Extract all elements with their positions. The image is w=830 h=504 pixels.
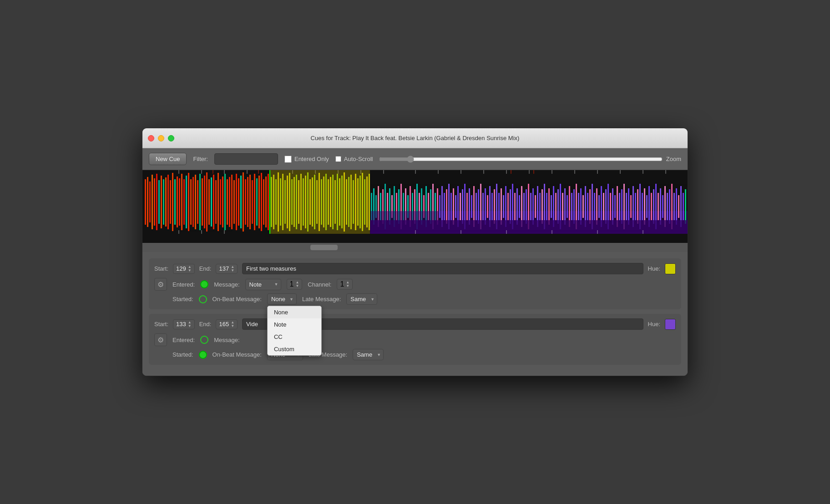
- cue-1-channel-stepper[interactable]: 1 ▲▼: [337, 279, 353, 290]
- svg-rect-83: [268, 174, 269, 230]
- cue-2-late-message-select[interactable]: Same None Note: [353, 349, 384, 360]
- svg-rect-194: [519, 195, 520, 218]
- svg-rect-46: [183, 179, 185, 225]
- cue-1-name-input[interactable]: First two measures: [242, 263, 643, 274]
- dropdown-item-none[interactable]: None: [268, 306, 321, 318]
- svg-rect-50: [192, 177, 194, 227]
- cue-1-start-stepper[interactable]: 129 ▲▼: [173, 264, 195, 274]
- cue-2-end-stepper[interactable]: 165 ▲▼: [216, 319, 238, 329]
- svg-rect-76: [252, 180, 253, 224]
- svg-rect-178: [482, 193, 484, 220]
- cue-1-end-stepper[interactable]: 137 ▲▼: [216, 264, 238, 274]
- zoom-slider[interactable]: [379, 156, 662, 163]
- cue-1-note-arrows[interactable]: ▲▼: [295, 281, 299, 288]
- svg-rect-227: [594, 193, 595, 220]
- zoom-label: Zoom: [666, 156, 681, 162]
- svg-rect-189: [507, 193, 509, 220]
- svg-rect-107: [323, 176, 324, 227]
- svg-rect-117: [346, 179, 347, 225]
- filter-input[interactable]: [214, 153, 278, 165]
- svg-rect-229: [598, 195, 600, 218]
- svg-rect-165: [453, 188, 454, 225]
- dropdown-item-custom[interactable]: Custom: [268, 343, 321, 355]
- svg-rect-47: [186, 176, 187, 228]
- svg-rect-124: [362, 173, 363, 231]
- scrollbar-thumb[interactable]: [310, 245, 338, 250]
- minimize-button[interactable]: [158, 135, 164, 141]
- svg-rect-203: [539, 193, 541, 220]
- cue-1-channel-label: Channel:: [308, 281, 331, 288]
- svg-rect-235: [612, 188, 613, 225]
- svg-rect-250: [646, 195, 648, 218]
- entered-only-checkbox[interactable]: [284, 156, 292, 163]
- cue-2-start-arrows[interactable]: ▲▼: [188, 321, 192, 328]
- svg-rect-73: [245, 179, 246, 225]
- cue-1-late-message-select[interactable]: Same None Note: [346, 293, 377, 305]
- svg-rect-248: [642, 193, 643, 220]
- dropdown-item-cc[interactable]: CC: [268, 331, 321, 343]
- svg-rect-41: [172, 173, 173, 231]
- dropdown-item-note[interactable]: Note: [268, 318, 321, 331]
- waveform-container[interactable]: [142, 170, 688, 243]
- entered-only-group: Entered Only: [284, 156, 329, 163]
- maximize-button[interactable]: [168, 135, 174, 141]
- svg-rect-49: [190, 179, 192, 225]
- svg-rect-80: [261, 173, 262, 231]
- svg-rect-89: [282, 174, 283, 230]
- cue-1-channel-value: 1: [340, 280, 344, 288]
- svg-rect-213: [562, 193, 563, 220]
- svg-rect-162: [446, 189, 447, 224]
- cue-1-note-stepper[interactable]: 1 ▲▼: [287, 279, 303, 290]
- svg-rect-214: [564, 188, 566, 225]
- svg-rect-84: [271, 177, 272, 227]
- svg-rect-193: [516, 188, 518, 225]
- cue-1-hue-swatch[interactable]: [665, 263, 676, 274]
- cues-section: Start: 129 ▲▼ End: 137 ▲▼ First two meas…: [142, 252, 688, 376]
- svg-rect-120: [353, 180, 354, 224]
- svg-rect-126: [366, 176, 368, 227]
- cue-2-controls-row-1: ⚙ Entered: Message:: [154, 333, 676, 346]
- svg-rect-45: [181, 174, 182, 230]
- svg-rect-59: [213, 175, 214, 229]
- svg-rect-85: [273, 175, 274, 229]
- cue-1-channel-arrows[interactable]: ▲▼: [346, 281, 349, 288]
- cue-2-start-stepper[interactable]: 133 ▲▼: [173, 319, 195, 329]
- svg-rect-259: [667, 193, 668, 220]
- cue-1-start-arrows[interactable]: ▲▼: [188, 265, 192, 272]
- svg-rect-197: [526, 189, 527, 224]
- cue-1-onbeat-select[interactable]: None ▼: [267, 293, 297, 305]
- svg-rect-111: [332, 175, 334, 229]
- svg-rect-232: [605, 189, 607, 224]
- new-cue-button[interactable]: New Cue: [149, 153, 187, 165]
- cue-2-start-label: Start:: [154, 321, 168, 328]
- svg-rect-52: [197, 180, 198, 224]
- cue-1-started-label: Started:: [172, 296, 193, 302]
- svg-rect-44: [179, 178, 180, 226]
- autoscroll-checkbox[interactable]: [335, 156, 341, 162]
- cue-2-end-value: 165: [219, 321, 229, 328]
- cue-1-start-value: 129: [176, 265, 186, 272]
- cue-1-late-message-select-wrap: Same None Note: [346, 293, 377, 305]
- svg-rect-256: [660, 188, 661, 225]
- cue-1-gear-button[interactable]: ⚙: [154, 278, 167, 291]
- svg-rect-66: [229, 177, 230, 227]
- svg-rect-87: [278, 172, 279, 232]
- cue-2-gear-button[interactable]: ⚙: [154, 333, 167, 346]
- svg-rect-176: [478, 189, 479, 224]
- cue-1-end-arrows[interactable]: ▲▼: [231, 265, 234, 272]
- svg-rect-48: [188, 173, 189, 231]
- close-button[interactable]: [148, 135, 154, 141]
- svg-rect-29: [145, 179, 146, 225]
- cue-2-end-arrows[interactable]: ▲▼: [231, 321, 234, 328]
- svg-rect-104: [316, 180, 318, 224]
- cue-2-hue-swatch[interactable]: [665, 319, 676, 330]
- cue-1-note-value: 1: [290, 280, 294, 288]
- svg-rect-94: [294, 177, 295, 227]
- waveform-scrollbar[interactable]: [142, 243, 688, 252]
- svg-rect-264: [678, 195, 679, 218]
- cue-1-message-select[interactable]: Note CC Custom: [245, 279, 281, 290]
- svg-rect-190: [510, 189, 511, 224]
- svg-rect-90: [284, 180, 286, 224]
- svg-rect-55: [204, 176, 205, 228]
- cue-row-2: Start: 133 ▲▼ End: 165 ▲▼ Vide Hue:: [149, 314, 681, 365]
